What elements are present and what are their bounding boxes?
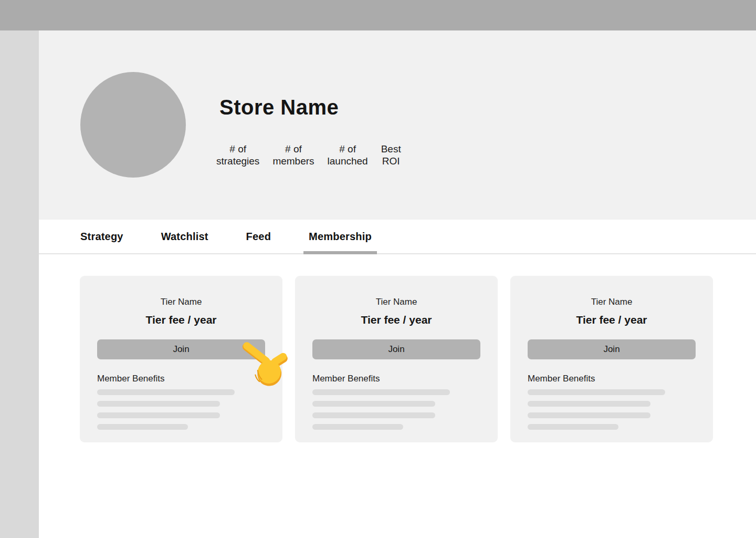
stat-line: launched	[328, 155, 368, 167]
stat-launched: # of launched	[328, 143, 368, 167]
benefit-placeholder-bar	[97, 401, 220, 407]
stat-best-roi: Best ROI	[381, 143, 401, 167]
top-window-bar	[0, 0, 756, 30]
benefit-placeholder-bar	[97, 412, 220, 418]
left-sidebar	[0, 30, 39, 538]
tier-name: Tier Name	[312, 297, 480, 307]
join-button[interactable]: Join	[97, 339, 265, 359]
tab-membership[interactable]: Membership	[303, 220, 377, 253]
benefit-placeholder-bar	[312, 424, 403, 430]
benefit-placeholder-bar	[528, 424, 618, 430]
tier-fee-per-year: Tier fee / year	[528, 314, 696, 326]
stat-line: Best	[381, 143, 401, 155]
tier-name: Tier Name	[97, 297, 265, 307]
join-button[interactable]: Join	[528, 339, 696, 359]
benefit-placeholder-list	[312, 389, 480, 430]
tab-strategy[interactable]: Strategy	[75, 220, 129, 253]
store-header-info: Store Name # of strategies # of members …	[216, 96, 401, 167]
stat-strategies: # of strategies	[216, 143, 259, 167]
store-avatar	[80, 72, 186, 178]
stat-line: # of	[328, 143, 368, 155]
stat-line: # of	[272, 143, 314, 155]
stat-line: ROI	[381, 155, 401, 167]
benefit-placeholder-bar	[312, 401, 435, 407]
tab-bar: Strategy Watchlist Feed Membership	[39, 220, 756, 254]
benefit-placeholder-bar	[312, 412, 435, 418]
tab-watchlist[interactable]: Watchlist	[156, 220, 214, 253]
member-benefits-title: Member Benefits	[528, 374, 696, 384]
store-stats: # of strategies # of members # of launch…	[216, 143, 401, 167]
membership-tier-cards: Tier Name Tier fee / year Join Member Be…	[80, 276, 756, 442]
join-button[interactable]: Join	[312, 339, 480, 359]
store-name-title: Store Name	[219, 96, 401, 119]
benefit-placeholder-list	[528, 389, 696, 430]
member-benefits-title: Member Benefits	[312, 374, 480, 384]
benefit-placeholder-bar	[97, 389, 235, 395]
stat-members: # of members	[272, 143, 314, 167]
tier-card-2: Tier Name Tier fee / year Join Member Be…	[295, 276, 498, 442]
store-header: Store Name # of strategies # of members …	[39, 30, 756, 220]
tier-fee-per-year: Tier fee / year	[97, 314, 265, 326]
benefit-placeholder-bar	[528, 401, 650, 407]
tier-card-1: Tier Name Tier fee / year Join Member Be…	[80, 276, 282, 442]
benefit-placeholder-bar	[528, 389, 665, 395]
tab-feed[interactable]: Feed	[241, 220, 276, 253]
stat-line: members	[272, 155, 314, 167]
tier-card-3: Tier Name Tier fee / year Join Member Be…	[510, 276, 713, 442]
tier-fee-per-year: Tier fee / year	[312, 314, 480, 326]
main-content: Store Name # of strategies # of members …	[39, 30, 756, 538]
benefit-placeholder-list	[97, 389, 265, 430]
stat-line: # of	[216, 143, 259, 155]
benefit-placeholder-bar	[312, 389, 450, 395]
tier-name: Tier Name	[528, 297, 696, 307]
stat-line: strategies	[216, 155, 259, 167]
member-benefits-title: Member Benefits	[97, 374, 265, 384]
benefit-placeholder-bar	[97, 424, 188, 430]
benefit-placeholder-bar	[528, 412, 650, 418]
